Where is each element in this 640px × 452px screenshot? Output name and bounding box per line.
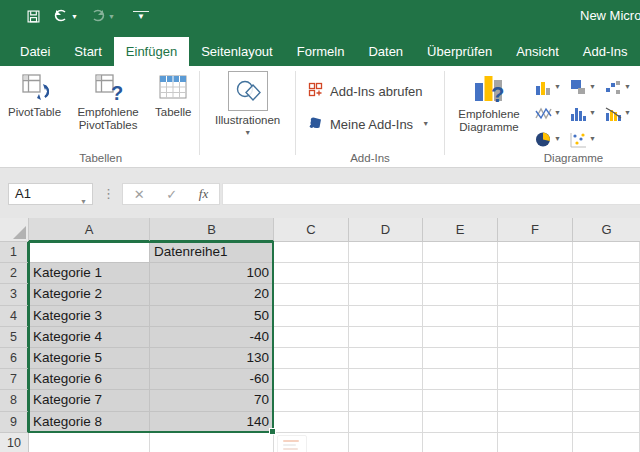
- tab-addins[interactable]: Add-Ins: [571, 37, 640, 66]
- pivottable-button[interactable]: PivotTable: [4, 66, 65, 119]
- column-header-F[interactable]: F: [498, 218, 573, 242]
- cell-A3[interactable]: Kategorie 2: [29, 284, 150, 305]
- redo-dropdown-icon[interactable]: ▼: [108, 13, 115, 20]
- cell-D2[interactable]: [349, 263, 423, 284]
- undo-button[interactable]: ▼: [49, 7, 82, 25]
- tab-seitenlayout[interactable]: Seitenlayout: [189, 37, 285, 66]
- undo-dropdown-icon[interactable]: ▼: [71, 13, 78, 20]
- cell-D8[interactable]: [349, 390, 423, 411]
- cell-C6[interactable]: [274, 348, 349, 369]
- cell-E9[interactable]: [423, 412, 498, 433]
- column-header-C[interactable]: C: [274, 218, 349, 242]
- column-header-B[interactable]: B: [150, 218, 274, 242]
- column-header-E[interactable]: E: [423, 218, 498, 242]
- cell-E2[interactable]: [423, 263, 498, 284]
- tab-ueberpruefen[interactable]: Überprüfen: [415, 37, 504, 66]
- insert-function-icon[interactable]: fx: [199, 186, 208, 202]
- bar-chart-button[interactable]: ▼: [570, 74, 605, 100]
- column-header-A[interactable]: A: [29, 218, 150, 242]
- histogram-chart-button[interactable]: ▼: [570, 100, 605, 126]
- row-header-6[interactable]: 6: [0, 348, 29, 369]
- row-header-5[interactable]: 5: [0, 327, 29, 348]
- quick-analysis-button[interactable]: [277, 435, 307, 452]
- redo-button[interactable]: ▼: [86, 7, 119, 25]
- cell-F6[interactable]: [498, 348, 573, 369]
- cell-B5[interactable]: -40: [150, 327, 274, 348]
- cell-B4[interactable]: 50: [150, 306, 274, 327]
- pie-chart-button[interactable]: ▼: [535, 126, 570, 152]
- cell-D9[interactable]: [349, 412, 423, 433]
- cell-A4[interactable]: Kategorie 3: [29, 306, 150, 327]
- cell-F10[interactable]: [498, 433, 573, 452]
- cell-B2[interactable]: 100: [150, 263, 274, 284]
- cell-F1[interactable]: [498, 242, 573, 263]
- cell-F2[interactable]: [498, 263, 573, 284]
- cell-D3[interactable]: [349, 284, 423, 305]
- cell-F7[interactable]: [498, 369, 573, 390]
- cell-D10[interactable]: [349, 433, 423, 452]
- illustrations-button[interactable]: Illustrationen ▼: [211, 66, 284, 137]
- cell-G1[interactable]: [573, 242, 640, 263]
- cell-B6[interactable]: 130: [150, 348, 274, 369]
- tab-formeln[interactable]: Formeln: [285, 37, 357, 66]
- scatter-chart-button[interactable]: ▼: [570, 126, 605, 152]
- cell-A8[interactable]: Kategorie 7: [29, 390, 150, 411]
- cell-B1[interactable]: Datenreihe1: [150, 242, 274, 263]
- cell-G7[interactable]: [573, 369, 640, 390]
- cell-G10[interactable]: [573, 433, 640, 452]
- cell-F9[interactable]: [498, 412, 573, 433]
- cell-C3[interactable]: [274, 284, 349, 305]
- cell-G9[interactable]: [573, 412, 640, 433]
- formula-input[interactable]: [222, 183, 640, 205]
- cell-C4[interactable]: [274, 306, 349, 327]
- cell-E1[interactable]: [423, 242, 498, 263]
- cell-B3[interactable]: 20: [150, 284, 274, 305]
- cell-F8[interactable]: [498, 390, 573, 411]
- cell-A5[interactable]: Kategorie 4: [29, 327, 150, 348]
- line-chart-button[interactable]: ▼: [535, 100, 570, 126]
- cell-G6[interactable]: [573, 348, 640, 369]
- cell-C5[interactable]: [274, 327, 349, 348]
- cell-C9[interactable]: [274, 412, 349, 433]
- customize-quick-access-icon[interactable]: ▼: [133, 11, 149, 22]
- name-box-dropdown-icon[interactable]: ▼: [80, 192, 87, 212]
- cell-D5[interactable]: [349, 327, 423, 348]
- cell-F4[interactable]: [498, 306, 573, 327]
- recommended-pivottables-button[interactable]: ? Empfohlene PivotTables: [65, 66, 151, 132]
- cancel-icon[interactable]: ✕: [134, 187, 145, 202]
- cell-D6[interactable]: [349, 348, 423, 369]
- tab-start[interactable]: Start: [62, 37, 113, 66]
- column-header-D[interactable]: D: [349, 218, 423, 242]
- row-header-3[interactable]: 3: [0, 284, 29, 305]
- tab-einfuegen[interactable]: Einfügen: [114, 37, 189, 66]
- cell-E6[interactable]: [423, 348, 498, 369]
- cell-E3[interactable]: [423, 284, 498, 305]
- cell-E7[interactable]: [423, 369, 498, 390]
- cell-B8[interactable]: 70: [150, 390, 274, 411]
- table-button[interactable]: Tabelle: [151, 66, 195, 119]
- cell-B9[interactable]: 140: [150, 412, 274, 433]
- row-header-4[interactable]: 4: [0, 306, 29, 327]
- cell-D1[interactable]: [349, 242, 423, 263]
- column-chart-button[interactable]: ▼: [535, 74, 570, 100]
- get-addins-button[interactable]: Add-Ins abrufen: [308, 82, 434, 100]
- fill-handle[interactable]: [269, 428, 276, 435]
- cell-E8[interactable]: [423, 390, 498, 411]
- hierarchy-chart-button[interactable]: ▼: [605, 74, 640, 100]
- cell-D4[interactable]: [349, 306, 423, 327]
- cell-C2[interactable]: [274, 263, 349, 284]
- cell-A6[interactable]: Kategorie 5: [29, 348, 150, 369]
- cell-G4[interactable]: [573, 306, 640, 327]
- enter-icon[interactable]: ✓: [166, 187, 177, 202]
- name-box[interactable]: A1 ▼: [8, 183, 93, 205]
- save-button[interactable]: [22, 7, 45, 26]
- cell-A1[interactable]: [29, 242, 150, 263]
- tab-datei[interactable]: Datei: [8, 37, 62, 66]
- cell-C8[interactable]: [274, 390, 349, 411]
- cell-E10[interactable]: [423, 433, 498, 452]
- cell-G8[interactable]: [573, 390, 640, 411]
- cell-E5[interactable]: [423, 327, 498, 348]
- my-addins-button[interactable]: Meine Add-Ins ▼: [308, 115, 434, 133]
- combo-chart-button[interactable]: ▼: [605, 100, 640, 126]
- cell-G3[interactable]: [573, 284, 640, 305]
